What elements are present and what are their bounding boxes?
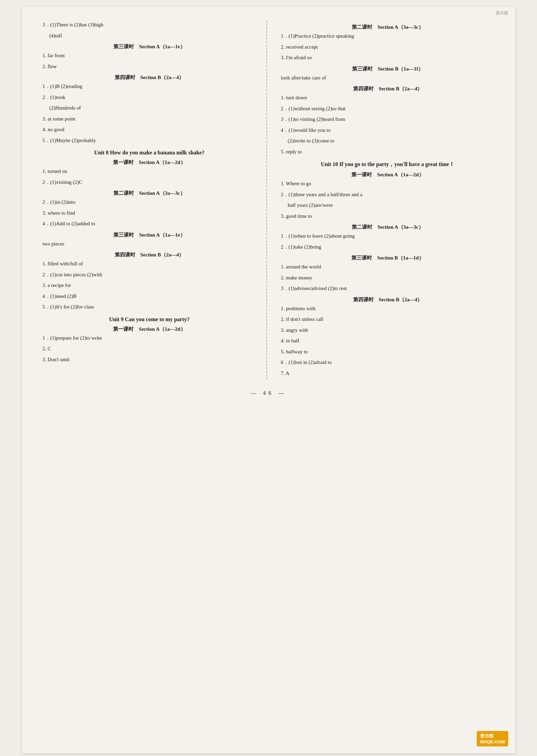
list-item: 2．(1)cut into pieces (2)with — [42, 270, 256, 279]
list-item: (4)tall — [49, 32, 256, 40]
list-item: 6．(1)lost in (2)afraid to — [281, 358, 495, 367]
section-header: 第二课时 Section A（3a—3c） — [281, 224, 495, 230]
section-header: 第四课时 Section B（2a—4） — [281, 297, 495, 303]
list-item: 2. make money — [281, 274, 495, 282]
list-item: 2．(1)take (2)bring — [281, 243, 495, 252]
list-item: 2. if don't unless call — [281, 315, 495, 324]
section-header: 第四课时 Section B（2a—4） — [42, 252, 256, 258]
list-item: (2)invite to (3)come to — [288, 137, 495, 146]
list-item: 3. where to find — [42, 209, 256, 218]
section-header: 第三课时 Section A（1a—1e） — [42, 232, 256, 238]
list-item: 1. far from — [42, 51, 256, 60]
list-item: 3．(1)There is (2)has (3)high — [42, 21, 256, 29]
section-header: 第三课时 Section A（1a—1e） — [42, 43, 256, 50]
list-item: 1. turn down — [281, 93, 495, 102]
page: 普尔图 3．(1)There is (2)has (3)high (4)tall… — [22, 7, 515, 753]
list-item: 4．(1)would like you to — [281, 126, 495, 135]
list-item: 5．(1)Maybe (2)probably — [42, 136, 256, 145]
list-item: 1．(1)B (2)reading — [42, 82, 256, 91]
list-item: 3. Don't until — [42, 355, 256, 364]
section-header: 第一课时 Section A（1a—2d） — [281, 172, 495, 178]
list-item: 2. flew — [42, 62, 256, 71]
list-item: 3. a recipe for — [42, 281, 256, 290]
list-item: 5. reply to — [281, 148, 495, 156]
list-item: 3. at some point — [42, 115, 256, 124]
content-wrapper: 3．(1)There is (2)has (3)high (4)tall第三课时… — [42, 21, 495, 380]
section-header: 第一课时 Section A（1a—2d） — [42, 159, 256, 166]
list-item: 1．(1)prepare for (2)to write — [42, 334, 256, 343]
list-item: 1．(1)Practice (2)practice speaking — [281, 32, 495, 41]
list-item: 2．(1)without seeing (2)so that — [281, 104, 495, 113]
list-item: 3. angry with — [281, 326, 495, 335]
list-item: 4．(1)need (2)B — [42, 292, 256, 301]
section-header: 第三课时 Section B（1a—1f） — [281, 66, 495, 72]
page-number: — 46 — — [42, 390, 495, 396]
list-item: 2．(1)took — [42, 93, 256, 102]
list-item: 3. I'm afraid so — [281, 53, 495, 62]
list-item: 1．(1)when to leave (2)about going — [281, 232, 495, 241]
list-item: 3. good time to — [281, 212, 495, 221]
list-item: 2．(1)three years and a half/three and a — [281, 190, 495, 199]
list-item: 1. around the world — [281, 263, 495, 272]
list-item: 4. no good — [42, 125, 256, 134]
list-item: 4．(1)Add to (2)added to — [42, 219, 256, 228]
unit-header: Unit 8 How do you make a banana milk sha… — [42, 150, 256, 156]
watermark-logo: 普尔图MXQE.COM — [477, 731, 508, 746]
section-header: 第二课时 Section A（3a—3c） — [281, 24, 495, 30]
unit-header: Unit 10 If you go to the party，you'll ha… — [281, 161, 495, 168]
section-header: 第三课时 Section B（1a—1d） — [281, 255, 495, 261]
left-column: 3．(1)There is (2)has (3)high (4)tall第三课时… — [42, 21, 267, 380]
list-item: (2)Hundreds of — [49, 104, 256, 113]
list-item: 4. in half — [281, 337, 495, 345]
unit-header: Unit 9 Can you come to my party? — [42, 316, 256, 323]
list-item: 7. A — [281, 369, 495, 378]
list-item: 3．(1)advises/advised (2)to rest — [281, 284, 495, 293]
list-item: 5．(1)It's for (2)for class — [42, 303, 256, 312]
list-item: two pieces — [42, 240, 256, 249]
right-column: 第二课时 Section A（3a—3c）1．(1)Practice (2)pr… — [267, 21, 495, 380]
section-header: 第四课时 Section B（2a—4） — [281, 86, 495, 92]
watermark-top: 普尔图 — [496, 10, 508, 16]
list-item: 1. Where to go — [281, 179, 495, 188]
list-item: 2．(1)visiting (2)C — [42, 178, 256, 187]
list-item: 2. received accept — [281, 43, 495, 52]
list-item: 2．(1)in (2)into — [42, 198, 256, 207]
list-item: 2. C — [42, 344, 256, 353]
list-item: look after/take care of — [281, 74, 495, 83]
section-header: 第四课时 Section B（2a—4） — [42, 74, 256, 81]
list-item: 1. problems with — [281, 304, 495, 313]
list-item: half years (2)are/were — [288, 201, 495, 210]
list-item: 1. turned on — [42, 167, 256, 176]
list-item: 3．(1)to visiting (2)heard from — [281, 115, 495, 124]
section-header: 第一课时 Section A（1a—2d） — [42, 326, 256, 332]
list-item: 5. halfway to — [281, 348, 495, 356]
list-item: 1. filled with/full of — [42, 260, 256, 268]
section-header: 第二课时 Section A（3a—3c） — [42, 190, 256, 197]
